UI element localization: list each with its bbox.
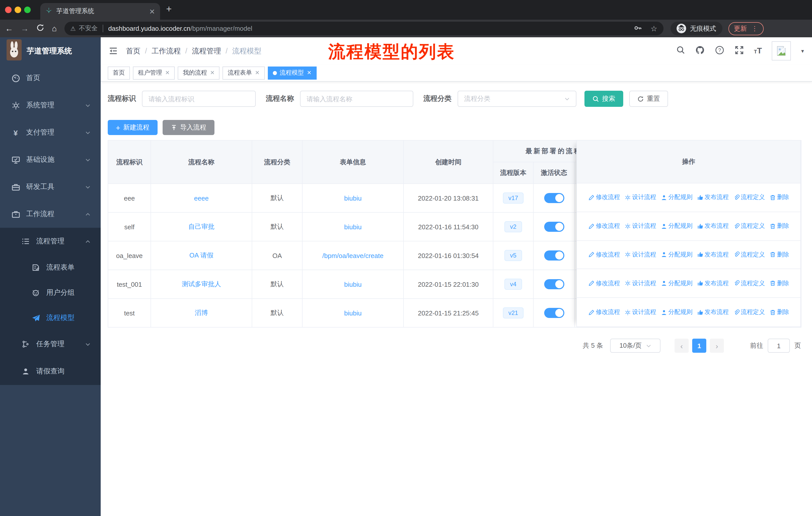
form-info-link[interactable]: biubiu xyxy=(344,280,361,288)
process-id-input[interactable] xyxy=(142,91,256,107)
url-path[interactable]: /bpm/manager/model xyxy=(191,25,253,32)
browser-tab[interactable]: 芋道管理系统 ✕ xyxy=(40,3,160,20)
address-bar[interactable]: ⚠ 不安全 dashboard.yudao.iocoder.cn /bpm/ma… xyxy=(64,22,663,35)
edit-process-link[interactable]: 修改流程 xyxy=(588,222,620,230)
design-process-link[interactable]: 设计流程 xyxy=(625,308,656,317)
browser-menu-button[interactable]: 更新 ⋮ xyxy=(728,22,763,35)
maximize-window-button[interactable] xyxy=(24,6,31,13)
process-name-link[interactable]: 测试多审批人 xyxy=(182,280,221,288)
avatar-caret-icon[interactable]: ▾ xyxy=(801,48,804,54)
publish-process-link[interactable]: 发布流程 xyxy=(697,250,729,259)
process-name-link[interactable]: 滔博 xyxy=(195,309,208,317)
prev-page-button[interactable]: ‹ xyxy=(674,338,689,353)
security-label[interactable]: 不安全 xyxy=(79,24,98,33)
import-process-button[interactable]: 导入流程 xyxy=(163,120,214,135)
process-definition-link[interactable]: 流程定义 xyxy=(733,193,765,202)
edit-process-link[interactable]: 修改流程 xyxy=(588,279,620,288)
process-definition-link[interactable]: 流程定义 xyxy=(733,222,765,230)
update-label[interactable]: 更新 xyxy=(734,24,747,33)
bookmark-star-icon[interactable]: ☆ xyxy=(650,24,657,33)
edit-process-link[interactable]: 修改流程 xyxy=(588,193,620,202)
active-status-toggle[interactable] xyxy=(544,222,564,232)
sidebar-item-payment[interactable]: ¥ 支付管理 xyxy=(0,119,101,146)
sidebar-item-system[interactable]: 系统管理 xyxy=(0,92,101,119)
tag-tenant[interactable]: 租户管理 ✕ xyxy=(133,66,175,79)
category-select[interactable]: 流程分类 xyxy=(458,91,576,107)
sidebar-item-home[interactable]: 首页 xyxy=(0,64,101,92)
publish-process-link[interactable]: 发布流程 xyxy=(697,279,729,288)
delete-process-link[interactable]: 删除 xyxy=(770,250,789,259)
goto-page-input[interactable] xyxy=(768,338,790,353)
breadcrumb-item[interactable]: 流程管理 xyxy=(192,46,221,56)
tag-home[interactable]: 首页 xyxy=(108,66,130,79)
create-process-button[interactable]: + 新建流程 xyxy=(108,120,157,135)
breadcrumb-item[interactable]: 首页 xyxy=(126,46,141,56)
active-status-toggle[interactable] xyxy=(544,250,564,261)
assign-rule-link[interactable]: 分配规则 xyxy=(661,279,692,288)
page-size-select[interactable]: 10条/页 xyxy=(610,338,661,353)
sidebar-item-process-form[interactable]: 流程表单 xyxy=(0,255,101,280)
process-definition-link[interactable]: 流程定义 xyxy=(733,250,765,259)
sidebar-item-leave-query[interactable]: 请假查询 xyxy=(0,358,101,385)
form-info-link[interactable]: biubiu xyxy=(344,309,361,317)
active-status-toggle[interactable] xyxy=(544,308,564,318)
sidebar-item-workflow[interactable]: 工作流程 xyxy=(0,200,101,228)
process-name-link[interactable]: 自己审批 xyxy=(188,223,214,230)
github-icon[interactable] xyxy=(695,45,704,57)
design-process-link[interactable]: 设计流程 xyxy=(625,193,656,202)
close-icon[interactable]: ✕ xyxy=(210,70,214,76)
edit-process-link[interactable]: 修改流程 xyxy=(588,250,620,259)
search-icon[interactable] xyxy=(676,45,685,56)
breadcrumb-item[interactable]: 工作流程 xyxy=(151,46,181,56)
process-name-input[interactable] xyxy=(300,91,413,107)
avatar[interactable] xyxy=(772,41,791,60)
reload-icon[interactable] xyxy=(36,24,44,33)
fullscreen-icon[interactable] xyxy=(734,45,744,57)
delete-process-link[interactable]: 删除 xyxy=(770,279,789,288)
font-size-icon[interactable]: TT xyxy=(754,46,762,55)
reset-button[interactable]: 重置 xyxy=(629,91,668,107)
home-icon[interactable]: ⌂ xyxy=(52,24,57,32)
close-window-button[interactable] xyxy=(5,6,11,13)
app-logo[interactable]: 芋道管理系统 xyxy=(0,37,101,64)
assign-rule-link[interactable]: 分配规则 xyxy=(661,193,692,202)
tab-close-icon[interactable]: ✕ xyxy=(149,8,155,15)
sidebar-item-task-mgmt[interactable]: 任务管理 xyxy=(0,331,101,358)
edit-process-link[interactable]: 修改流程 xyxy=(588,308,620,317)
tag-my-process[interactable]: 我的流程 ✕ xyxy=(178,66,220,79)
next-page-button[interactable]: › xyxy=(710,338,724,353)
active-status-toggle[interactable] xyxy=(544,193,564,203)
design-process-link[interactable]: 设计流程 xyxy=(625,250,656,259)
form-info-link[interactable]: biubiu xyxy=(344,223,361,230)
security-warning-icon[interactable]: ⚠ xyxy=(70,25,76,32)
active-status-toggle[interactable] xyxy=(544,279,564,289)
sidebar-item-devtools[interactable]: 研发工具 xyxy=(0,173,101,200)
search-button[interactable]: 搜索 xyxy=(584,91,623,107)
minimize-window-button[interactable] xyxy=(14,6,21,13)
password-key-icon[interactable] xyxy=(634,23,642,33)
current-page-button[interactable]: 1 xyxy=(692,338,706,353)
publish-process-link[interactable]: 发布流程 xyxy=(697,308,729,317)
forward-icon[interactable]: → xyxy=(21,24,29,32)
delete-process-link[interactable]: 删除 xyxy=(770,222,789,230)
tag-process-form[interactable]: 流程表单 ✕ xyxy=(223,66,265,79)
back-icon[interactable]: ← xyxy=(5,24,13,32)
sidebar-item-process-mgmt[interactable]: 流程管理 xyxy=(0,228,101,255)
form-info-link[interactable]: /bpm/oa/leave/create xyxy=(322,252,384,259)
close-icon[interactable]: ✕ xyxy=(307,70,311,76)
tag-process-model[interactable]: 流程模型 ✕ xyxy=(267,66,316,79)
sidebar-item-infra[interactable]: 基础设施 xyxy=(0,146,101,173)
sidebar-fold-icon[interactable] xyxy=(109,46,118,55)
assign-rule-link[interactable]: 分配规则 xyxy=(661,250,692,259)
new-tab-button[interactable]: + xyxy=(166,3,172,15)
assign-rule-link[interactable]: 分配规则 xyxy=(661,308,692,317)
process-definition-link[interactable]: 流程定义 xyxy=(733,279,765,288)
sidebar-item-process-model[interactable]: 流程模型 xyxy=(0,305,101,331)
form-info-link[interactable]: biubiu xyxy=(344,194,361,202)
close-icon[interactable]: ✕ xyxy=(165,70,170,76)
url-host[interactable]: dashboard.yudao.iocoder.cn xyxy=(108,25,191,32)
design-process-link[interactable]: 设计流程 xyxy=(625,222,656,230)
delete-process-link[interactable]: 删除 xyxy=(770,193,789,202)
close-icon[interactable]: ✕ xyxy=(255,70,260,76)
assign-rule-link[interactable]: 分配规则 xyxy=(661,222,692,230)
